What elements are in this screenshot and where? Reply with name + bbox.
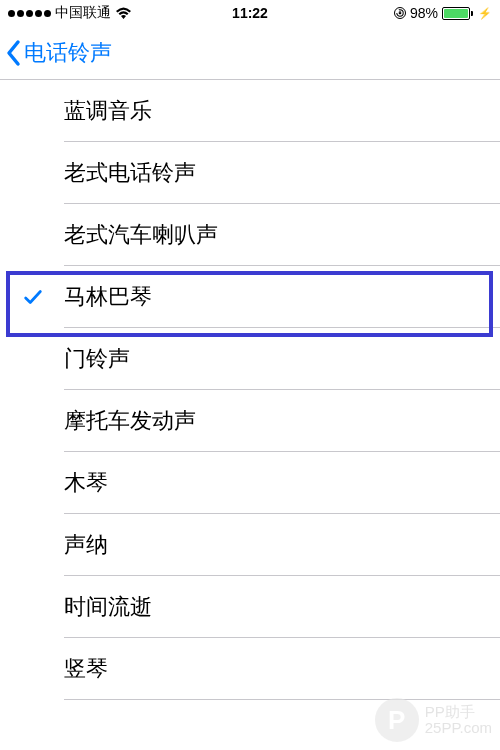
charging-icon: ⚡ <box>478 7 492 20</box>
ringtone-row[interactable]: 马林巴琴 <box>0 266 500 328</box>
ringtone-row[interactable]: 老式汽车喇叭声 <box>0 204 500 266</box>
signal-strength-icon <box>8 10 51 17</box>
back-button[interactable]: 电话铃声 <box>6 38 112 68</box>
ringtone-row[interactable]: 摩托车发动声 <box>0 390 500 452</box>
chevron-left-icon <box>6 39 22 67</box>
battery-icon <box>442 7 473 20</box>
watermark: P PP助手 25PP.com <box>375 698 492 742</box>
navigation-bar: 电话铃声 <box>0 26 500 80</box>
ringtone-label: 木琴 <box>64 468 108 498</box>
svg-rect-0 <box>399 12 401 14</box>
ringtone-row[interactable]: 木琴 <box>0 452 500 514</box>
battery-percent: 98% <box>410 5 438 21</box>
back-label: 电话铃声 <box>24 38 112 68</box>
ringtone-label: 马林巴琴 <box>64 282 152 312</box>
ringtone-row[interactable]: 竖琴 <box>0 638 500 700</box>
ringtone-row[interactable]: 蓝调音乐 <box>0 80 500 142</box>
ringtone-label: 蓝调音乐 <box>64 96 152 126</box>
wifi-icon <box>115 7 132 20</box>
clock: 11:22 <box>232 5 268 21</box>
status-bar: 中国联通 11:22 98% ⚡ <box>0 0 500 26</box>
ringtone-label: 老式电话铃声 <box>64 158 196 188</box>
ringtone-row[interactable]: 声纳 <box>0 514 500 576</box>
watermark-logo-icon: P <box>375 698 419 742</box>
ringtone-label: 老式汽车喇叭声 <box>64 220 218 250</box>
ringtone-row[interactable]: 时间流逝 <box>0 576 500 638</box>
ringtone-label: 时间流逝 <box>64 592 152 622</box>
ringtone-label: 声纳 <box>64 530 108 560</box>
status-right: 98% ⚡ <box>394 5 492 21</box>
checkmark-icon <box>22 286 44 308</box>
carrier-label: 中国联通 <box>55 4 111 22</box>
ringtone-label: 门铃声 <box>64 344 130 374</box>
ringtone-list[interactable]: 蓝调音乐老式电话铃声老式汽车喇叭声马林巴琴门铃声摩托车发动声木琴声纳时间流逝竖琴 <box>0 80 500 700</box>
watermark-name: PP助手 <box>425 704 492 721</box>
ringtone-row[interactable]: 老式电话铃声 <box>0 142 500 204</box>
ringtone-label: 竖琴 <box>64 654 108 684</box>
orientation-lock-icon <box>394 7 406 19</box>
ringtone-label: 摩托车发动声 <box>64 406 196 436</box>
watermark-url: 25PP.com <box>425 720 492 737</box>
status-left: 中国联通 <box>8 4 132 22</box>
ringtone-row[interactable]: 门铃声 <box>0 328 500 390</box>
